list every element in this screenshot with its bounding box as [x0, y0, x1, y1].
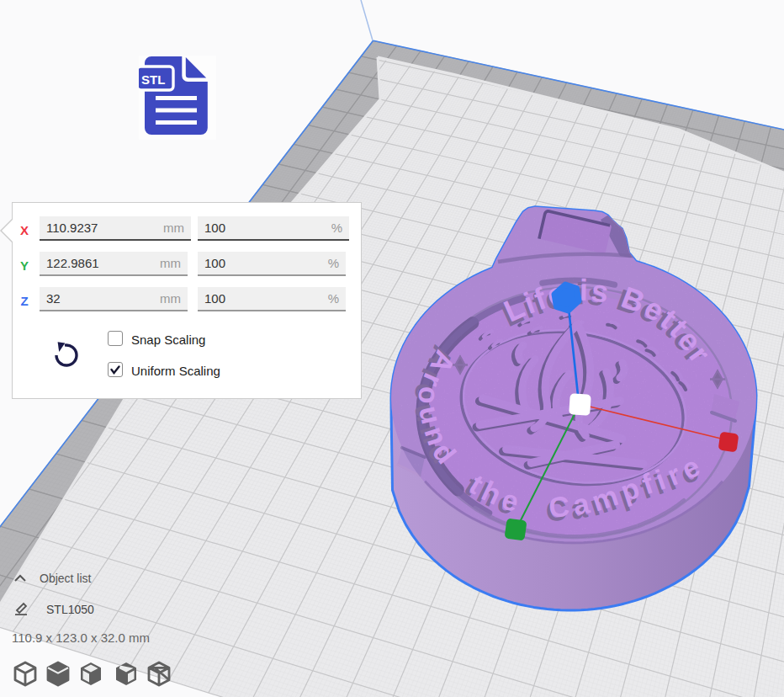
- svg-text:STL: STL: [141, 72, 165, 87]
